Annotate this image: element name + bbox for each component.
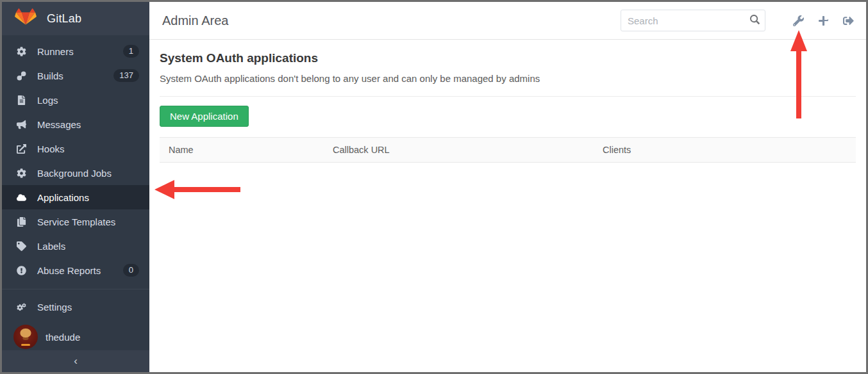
header-controls xyxy=(621,10,855,31)
column-header-callback-url: Callback URL xyxy=(324,138,594,163)
sidebar-item-abuse-reports[interactable]: Abuse Reports 0 xyxy=(2,258,149,282)
sidebar-item-label: Abuse Reports xyxy=(37,265,101,276)
sidebar: GitLab Runners 1 Builds 137 Logs Message… xyxy=(2,2,149,372)
file-text-icon xyxy=(16,95,26,105)
sidebar-divider xyxy=(2,289,149,289)
sidebar-item-label: Logs xyxy=(37,95,58,106)
bullhorn-icon xyxy=(16,119,26,129)
sidebar-item-label: Runners xyxy=(37,46,74,57)
cogs-icon xyxy=(16,302,26,312)
exclamation-circle-icon xyxy=(16,265,26,275)
sidebar-item-label: Applications xyxy=(37,192,89,203)
oauth-applications-table: Name Callback URL Clients xyxy=(160,137,856,163)
sidebar-item-applications[interactable]: Applications xyxy=(2,185,149,209)
sidebar-item-background-jobs[interactable]: Background Jobs xyxy=(2,161,149,185)
page-title: Admin Area xyxy=(162,13,228,28)
sidebar-item-label: Background Jobs xyxy=(37,168,112,179)
search-icon xyxy=(750,15,760,24)
sidebar-nav: Runners 1 Builds 137 Logs Messages Hooks xyxy=(2,35,149,355)
sidebar-item-label: Labels xyxy=(37,241,65,252)
builds-count-badge: 137 xyxy=(113,69,139,82)
search-input[interactable] xyxy=(621,10,765,31)
copy-icon xyxy=(16,216,26,227)
sign-out-icon[interactable] xyxy=(842,15,855,26)
user-name: thedude xyxy=(46,332,80,343)
sidebar-item-hooks[interactable]: Hooks xyxy=(2,136,149,161)
new-application-button[interactable]: New Application xyxy=(160,106,249,127)
sidebar-item-service-templates[interactable]: Service Templates xyxy=(2,209,149,234)
column-header-name: Name xyxy=(160,138,324,163)
sidebar-item-label: Settings xyxy=(37,302,72,313)
column-header-clients: Clients xyxy=(594,138,856,163)
sidebar-item-labels[interactable]: Labels xyxy=(2,234,149,258)
cog-icon xyxy=(16,46,26,56)
link-icon xyxy=(16,70,26,81)
external-link-icon xyxy=(16,143,26,154)
sidebar-item-messages[interactable]: Messages xyxy=(2,112,149,136)
sidebar-item-label: Messages xyxy=(37,119,81,130)
sidebar-item-logs[interactable]: Logs xyxy=(2,88,149,112)
chevron-left-icon: ‹ xyxy=(74,355,78,368)
sidebar-item-label: Hooks xyxy=(37,143,65,154)
plus-icon[interactable] xyxy=(817,15,830,26)
gitlab-admin-window: GitLab Runners 1 Builds 137 Logs Message… xyxy=(0,0,868,374)
avatar xyxy=(13,325,38,349)
section-description: System OAuth applications don't belong t… xyxy=(160,73,856,84)
gitlab-logo-icon xyxy=(15,8,37,29)
sidebar-user[interactable]: thedude xyxy=(2,319,149,355)
main-area: Admin Area System OAuth applications Sys… xyxy=(149,2,866,372)
sidebar-brand[interactable]: GitLab xyxy=(2,2,149,35)
sidebar-item-builds[interactable]: Builds 137 xyxy=(2,63,149,88)
content-area: System OAuth applications System OAuth a… xyxy=(149,40,866,163)
tag-icon xyxy=(16,241,26,251)
sidebar-item-runners[interactable]: Runners 1 xyxy=(2,39,149,63)
sidebar-item-settings[interactable]: Settings xyxy=(2,295,149,319)
section-heading: System OAuth applications xyxy=(160,51,856,65)
sidebar-item-label: Builds xyxy=(37,70,63,81)
annotation-arrow-left-icon xyxy=(154,180,242,199)
search-box xyxy=(621,10,765,31)
sidebar-item-label: Service Templates xyxy=(37,216,115,227)
sidebar-collapse-toggle[interactable]: ‹ xyxy=(2,350,149,372)
runners-count-badge: 1 xyxy=(123,45,139,58)
content-divider xyxy=(160,96,856,97)
wrench-icon[interactable] xyxy=(792,15,805,26)
abuse-reports-count-badge: 0 xyxy=(123,264,139,277)
cog-icon xyxy=(16,168,26,178)
top-header: Admin Area xyxy=(149,2,866,40)
cloud-icon xyxy=(16,192,26,202)
table-header-row: Name Callback URL Clients xyxy=(160,138,856,163)
annotation-arrow-up-icon xyxy=(790,30,807,91)
brand-name: GitLab xyxy=(47,12,81,26)
